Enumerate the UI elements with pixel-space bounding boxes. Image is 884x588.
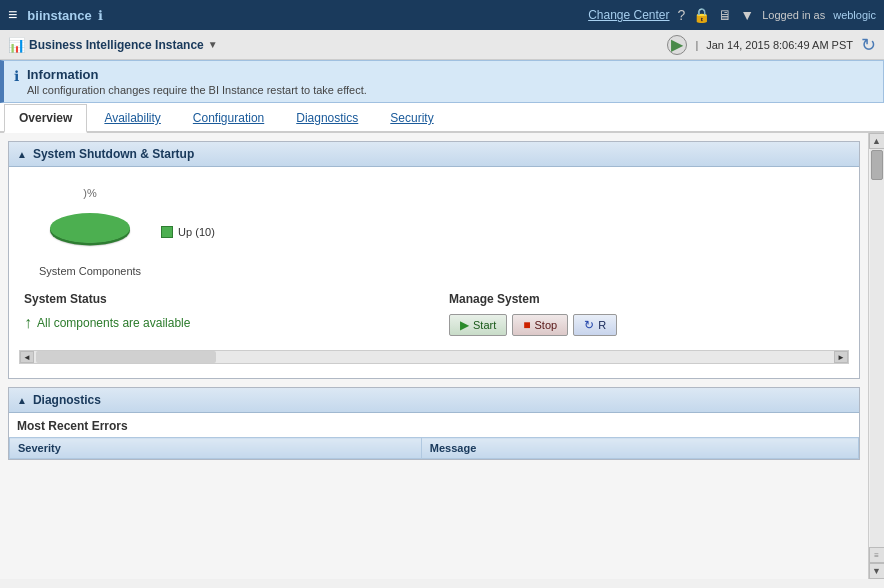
date-time-label: Jan 14, 2015 8:06:49 AM PST [706,39,853,51]
restart-button[interactable]: ↻ R [573,314,617,336]
horizontal-scrollbar[interactable]: ◄ ► [19,350,849,364]
message-column-header: Message [421,438,858,459]
most-recent-errors-title: Most Recent Errors [9,413,859,437]
legend-color-up [161,226,173,238]
diagnostics-body: Most Recent Errors Severity Message [9,413,859,459]
content-area: ▲ System Shutdown & Startup )% System Co… [0,133,868,579]
header-bar: ≡ biinstance ℹ Change Center ? 🔒 🖥 ▼ Log… [0,0,884,30]
sub-header-controls: ▶ | Jan 14, 2015 8:06:49 AM PST ↻ [667,34,876,56]
severity-column-header: Severity [10,438,422,459]
tabs-bar: Overview Availability Configuration Diag… [0,103,884,133]
diagnostics-header: ▲ Diagnostics [9,388,859,413]
info-banner: ℹ Information All configuration changes … [0,60,884,103]
tab-security[interactable]: Security [375,104,448,131]
info-banner-icon: ℹ [14,68,19,84]
breadcrumb-dropdown-icon[interactable]: ▼ [208,39,218,50]
chart-left: )% System Components [39,187,141,277]
info-banner-message: All configuration changes require the BI… [27,84,367,96]
system-status-title: System Status [24,292,419,306]
play-button[interactable]: ▶ [667,35,687,55]
right-scrollbar: ▲ ≡ ▼ [868,133,884,579]
tab-diagnostics[interactable]: Diagnostics [281,104,373,131]
system-shutdown-title: System Shutdown & Startup [33,147,194,161]
header-left: ≡ biinstance ℹ [8,6,103,24]
start-label: Start [473,319,496,331]
diagnostics-collapse-icon[interactable]: ▲ [17,395,27,406]
chart-legend: Up (10) [161,226,215,238]
system-shutdown-body: )% System Components Up (10) System Stat… [9,167,859,378]
scroll-middle-icon: ≡ [869,547,885,563]
hamburger-menu-icon[interactable]: ≡ [8,6,17,24]
start-icon: ▶ [460,318,469,332]
chart-percent-label: )% [83,187,96,199]
change-center-link[interactable]: Change Center [588,8,669,22]
scroll-track[interactable] [36,351,216,363]
system-status-area: System Status ↑ All components are avail… [24,292,419,336]
chart-subtitle: System Components [39,265,141,277]
chart-container: )% System Components Up (10) [19,177,849,287]
info-banner-content: Information All configuration changes re… [27,67,367,96]
sub-header: 📊 Business Intelligence Instance ▼ ▶ | J… [0,30,884,60]
scroll-track-vertical[interactable] [870,149,884,547]
start-button[interactable]: ▶ Start [449,314,507,336]
scroll-right-icon[interactable]: ► [834,351,848,363]
manage-system-title: Manage System [449,292,844,306]
monitor-dropdown-icon[interactable]: ▼ [740,7,754,23]
breadcrumb-icon: 📊 [8,37,25,53]
header-right: Change Center ? 🔒 🖥 ▼ Logged in as weblo… [588,7,876,23]
stop-button[interactable]: ■ Stop [512,314,568,336]
stop-icon: ■ [523,318,530,332]
legend-item-up: Up (10) [161,226,215,238]
legend-label-up: Up (10) [178,226,215,238]
breadcrumb: 📊 Business Intelligence Instance ▼ [8,37,218,53]
status-up-arrow-icon: ↑ [24,314,32,332]
errors-table: Severity Message [9,437,859,459]
monitor-icon[interactable]: 🖥 [718,7,732,23]
tab-configuration[interactable]: Configuration [178,104,279,131]
errors-table-head: Severity Message [10,438,859,459]
app-info-icon[interactable]: ℹ [98,8,103,23]
tab-overview[interactable]: Overview [4,104,87,133]
scroll-down-button[interactable]: ▼ [869,563,885,579]
scroll-left-icon[interactable]: ◄ [20,351,34,363]
system-status-ok: ↑ All components are available [24,314,419,332]
system-shutdown-header: ▲ System Shutdown & Startup [9,142,859,167]
breadcrumb-link[interactable]: Business Intelligence Instance [29,38,204,52]
manage-system-area: Manage System ▶ Start ■ Stop ↻ [449,292,844,336]
errors-table-header-row: Severity Message [10,438,859,459]
collapse-triangle-icon[interactable]: ▲ [17,149,27,160]
system-shutdown-panel: ▲ System Shutdown & Startup )% System Co… [8,141,860,379]
logged-in-label: Logged in as [762,9,825,21]
help-icon[interactable]: ? [678,7,686,23]
stop-label: Stop [534,319,557,331]
tab-availability[interactable]: Availability [89,104,175,131]
status-section: System Status ↑ All components are avail… [19,287,849,346]
logged-in-user: weblogic [833,9,876,21]
diagnostics-panel: ▲ Diagnostics Most Recent Errors Severit… [8,387,860,460]
main-content: ▲ System Shutdown & Startup )% System Co… [0,133,884,579]
lock-icon[interactable]: 🔒 [693,7,710,23]
scroll-thumb[interactable] [871,150,883,180]
pie-chart [50,213,130,243]
refresh-icon[interactable]: ↻ [861,34,876,56]
scroll-up-button[interactable]: ▲ [869,133,885,149]
app-title: biinstance [27,8,91,23]
manage-buttons: ▶ Start ■ Stop ↻ R [449,314,844,336]
diagnostics-title: Diagnostics [33,393,101,407]
restart-icon: ↻ [584,318,594,332]
info-banner-title: Information [27,67,367,82]
status-message: All components are available [37,316,190,330]
restart-label: R [598,319,606,331]
